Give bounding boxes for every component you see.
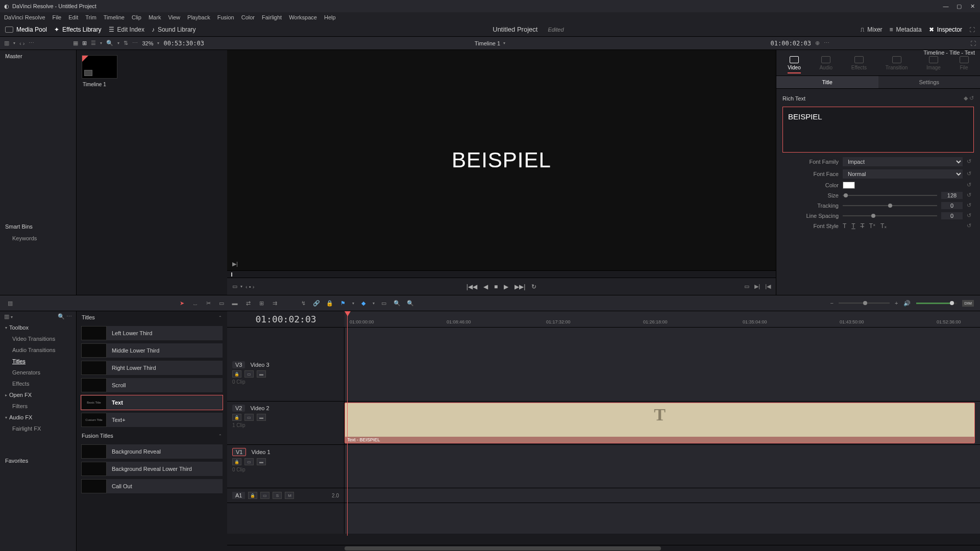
- title-item-text-plus[interactable]: Custom TitleText+: [81, 412, 223, 428]
- bin-view-icon[interactable]: ▥: [4, 40, 9, 46]
- strip-view-icon[interactable]: ☰: [91, 40, 96, 46]
- rich-text-input[interactable]: BEISPIEL: [782, 107, 974, 153]
- menu-workspace[interactable]: Workspace: [289, 14, 317, 20]
- grid-view-icon[interactable]: ⊞: [82, 40, 87, 46]
- timeline-timecode[interactable]: 01:00:02:03: [227, 311, 345, 327]
- line-spacing-reset[interactable]: ↺: [967, 212, 974, 219]
- v3-enable-button[interactable]: ▬: [257, 370, 266, 378]
- zoom-in-icon[interactable]: 🔍: [406, 299, 414, 307]
- tracking-slider[interactable]: [843, 205, 937, 206]
- style-sub-button[interactable]: Tₓ: [880, 222, 887, 230]
- font-style-reset[interactable]: ↺: [967, 222, 974, 230]
- edit-index-button[interactable]: ☰Edit Index: [109, 26, 144, 33]
- insert-icon[interactable]: ▭: [217, 299, 226, 307]
- zoom-out-icon[interactable]: 🔍: [393, 299, 401, 307]
- inspector-tab-effects[interactable]: Effects: [851, 56, 867, 73]
- menu-trim[interactable]: Trim: [85, 14, 96, 20]
- effects-library-button[interactable]: ✦Effects Library: [54, 26, 101, 33]
- prev-frame-button[interactable]: ◀: [483, 283, 488, 290]
- fx-titles[interactable]: Titles: [0, 356, 76, 367]
- size-slider[interactable]: [843, 195, 937, 196]
- menu-fusion[interactable]: Fusion: [217, 14, 234, 20]
- menu-file[interactable]: File: [53, 14, 62, 20]
- inspector-tab-file[interactable]: File: [960, 56, 969, 73]
- favorites-header[interactable]: Favorites: [0, 455, 76, 467]
- media-pool-button[interactable]: Media Pool: [5, 26, 47, 33]
- menu-clip[interactable]: Clip: [132, 14, 141, 20]
- first-frame-button[interactable]: |◀◀: [467, 283, 477, 290]
- title-item-right-lower-third[interactable]: Right Lower Third: [81, 360, 223, 375]
- title-item-middle-lower-third[interactable]: Middle Lower Third: [81, 343, 223, 358]
- inspector-tab-audio[interactable]: Audio: [819, 56, 832, 73]
- fusion-titles-header[interactable]: Fusion Titles⌃: [77, 430, 227, 442]
- go-in-icon[interactable]: |◀: [765, 283, 771, 290]
- play-button[interactable]: ▶: [504, 283, 508, 290]
- maximize-button[interactable]: ▢: [955, 3, 963, 10]
- skip-icon[interactable]: ▶|: [232, 261, 238, 267]
- v2-lock-button[interactable]: 🔒: [232, 414, 241, 421]
- fx-video-transitions[interactable]: Video Transitions: [0, 333, 76, 344]
- font-family-reset[interactable]: ↺: [967, 158, 974, 165]
- fx-filters[interactable]: Filters: [0, 400, 76, 412]
- keywords-bin[interactable]: Keywords: [0, 233, 76, 244]
- a1-lock-button[interactable]: 🔒: [248, 492, 257, 499]
- v3-auto-button[interactable]: ▭: [244, 370, 254, 378]
- go-out-icon[interactable]: ▶|: [754, 283, 760, 290]
- fullscreen-icon[interactable]: ⛶: [969, 27, 975, 33]
- reset-icon[interactable]: ↺: [969, 95, 974, 101]
- fx-effects[interactable]: Effects: [0, 378, 76, 389]
- fx-audio-transitions[interactable]: Audio Transitions: [0, 344, 76, 356]
- dim-button[interactable]: DIM: [962, 300, 974, 307]
- clip-thumbnail[interactable]: [82, 55, 117, 79]
- volume-slider[interactable]: [916, 303, 957, 304]
- v2-auto-button[interactable]: ▭: [244, 414, 254, 421]
- color-swatch[interactable]: [843, 182, 855, 189]
- inspector-subtab-title[interactable]: Title: [776, 76, 878, 88]
- menu-mark[interactable]: Mark: [149, 14, 161, 20]
- viewer-canvas[interactable]: BEISPIEL ▶|: [227, 50, 776, 270]
- font-family-select[interactable]: Impact: [843, 157, 963, 166]
- font-face-select[interactable]: Normal: [843, 169, 963, 179]
- font-face-reset[interactable]: ↺: [967, 170, 974, 178]
- v1-enable-button[interactable]: ▬: [257, 458, 266, 465]
- a1-solo-button[interactable]: S: [273, 492, 282, 499]
- style-underline-button[interactable]: T: [851, 222, 855, 230]
- title-item-text[interactable]: Basic TitleText: [81, 395, 223, 410]
- blade-tool[interactable]: ✂: [204, 299, 212, 307]
- ripple-icon[interactable]: ⇉: [271, 299, 279, 307]
- menu-view[interactable]: View: [168, 14, 180, 20]
- match-frame-icon[interactable]: ▭: [744, 283, 749, 290]
- tracking-value[interactable]: 0: [941, 202, 963, 209]
- search-icon[interactable]: 🔍: [106, 40, 113, 46]
- color-reset[interactable]: ↺: [967, 182, 974, 189]
- size-reset[interactable]: ↺: [967, 192, 974, 199]
- mixer-button[interactable]: ⎍Mixer: [861, 26, 882, 33]
- track-v2-tag[interactable]: V2: [232, 405, 245, 412]
- v3-lock-button[interactable]: 🔒: [232, 370, 241, 378]
- close-button[interactable]: ✕: [969, 3, 976, 10]
- smart-bins-header[interactable]: Smart Bins: [0, 220, 76, 233]
- inspector-tab-transition[interactable]: Transition: [886, 56, 908, 73]
- track-v3-tag[interactable]: V3: [232, 361, 245, 368]
- titles-section-header[interactable]: Titles⌃: [77, 311, 227, 323]
- minimize-button[interactable]: —: [942, 3, 949, 10]
- inspector-button[interactable]: ✖Inspector: [929, 26, 962, 33]
- fx-search-icon[interactable]: 🔍: [58, 313, 65, 319]
- menu-color[interactable]: Color: [241, 14, 255, 20]
- menu-help[interactable]: Help: [324, 14, 336, 20]
- snap-icon[interactable]: ▭: [380, 299, 388, 307]
- menu-edit[interactable]: Edit: [68, 14, 78, 20]
- sound-library-button[interactable]: ♪Sound Library: [152, 26, 196, 33]
- metadata-button[interactable]: ≡Metadata: [890, 26, 922, 33]
- title-item-scroll[interactable]: Scroll: [81, 378, 223, 393]
- style-super-button[interactable]: Tˣ: [869, 222, 875, 230]
- flag-icon[interactable]: ⚑: [339, 299, 347, 307]
- stop-button[interactable]: ■: [494, 283, 498, 290]
- menu-playback[interactable]: Playback: [187, 14, 210, 20]
- menu-davinci[interactable]: DaVinci Resolve: [4, 14, 45, 20]
- expand-icon[interactable]: ⛶: [970, 40, 976, 46]
- viewer-mode-icon[interactable]: ▭: [232, 283, 237, 290]
- fx-panel-icon[interactable]: ▥ ▾: [4, 313, 13, 320]
- lock-icon[interactable]: 🔒: [326, 299, 334, 307]
- fx-generators[interactable]: Generators: [0, 367, 76, 378]
